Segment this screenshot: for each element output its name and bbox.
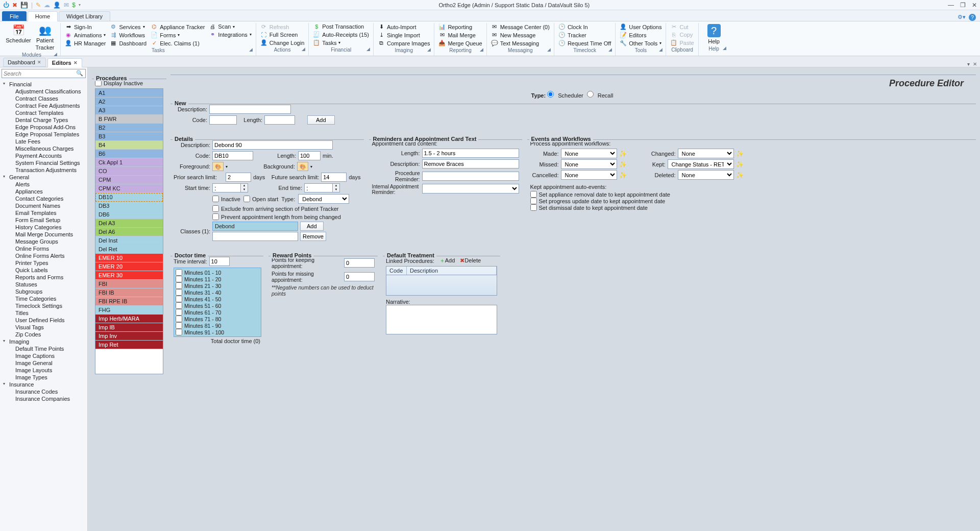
deleted-select[interactable]: None <box>678 170 734 180</box>
tree-item[interactable]: Document Names <box>0 202 87 209</box>
services-button[interactable]: ⚙Services ▾ <box>109 23 148 31</box>
tree-item[interactable]: Quick Labels <box>0 267 87 274</box>
tree-item[interactable]: Statuses <box>0 281 87 288</box>
doctor-time-checkbox[interactable] <box>176 316 182 322</box>
post-transaction-button[interactable]: $Post Transaction <box>312 23 370 30</box>
class-remove-button[interactable]: Remove <box>300 232 326 241</box>
new-add-button[interactable]: Add <box>307 115 335 125</box>
help-icon[interactable]: ? <box>969 14 976 21</box>
tree-item[interactable]: Form Email Setup <box>0 216 87 224</box>
doctor-time-checkbox[interactable] <box>176 322 182 329</box>
scan-button[interactable]: 🖨Scan ▾ <box>208 23 252 30</box>
cloud-icon[interactable]: ☁ <box>44 2 50 9</box>
document-tab-editors[interactable]: Editors✕ <box>47 58 82 67</box>
prior-limit-input[interactable] <box>226 173 251 182</box>
message-center-button[interactable]: ✉Message Center (0) <box>490 23 551 31</box>
doctor-time-checkbox[interactable] <box>176 302 182 309</box>
user-icon[interactable]: 👤 <box>53 2 61 9</box>
fin-tasks-button[interactable]: 📋Tasks ▾ <box>312 39 370 46</box>
procedure-item[interactable]: Del Inst <box>95 236 163 245</box>
tree-item[interactable]: Email Templates <box>0 209 87 216</box>
tree-item[interactable]: Insurance Codes <box>0 388 87 395</box>
tab-widget-library[interactable]: Widget Library <box>59 11 110 21</box>
linked-procedures-grid[interactable]: CodeDescription <box>386 266 497 296</box>
text-messaging-button[interactable]: 💬Text Messaging <box>490 39 551 47</box>
dialog-launcher-icon[interactable]: ◢ <box>547 47 551 52</box>
description-input[interactable] <box>212 140 333 150</box>
time-interval-input[interactable] <box>209 257 230 266</box>
procedure-item[interactable]: Imp Herb/MARA <box>95 315 163 323</box>
integrations-button[interactable]: ⚭Integrations ▾ <box>208 31 252 38</box>
tree-group-general[interactable]: General <box>0 174 87 181</box>
dialog-launcher-icon[interactable]: ◢ <box>427 47 431 52</box>
doctor-time-checkbox[interactable] <box>176 309 182 316</box>
fg-color-picker[interactable]: 🎨 <box>212 162 224 171</box>
help-button[interactable]: ?Help <box>702 23 726 45</box>
tree-item[interactable]: Reports and Forms <box>0 274 87 281</box>
linked-add-button[interactable]: ＋Add <box>439 257 455 264</box>
other-tools-button[interactable]: 🔧Other Tools ▾ <box>619 39 663 47</box>
procedure-item[interactable]: B2 <box>95 124 163 132</box>
future-limit-input[interactable] <box>321 173 347 182</box>
inactive-checkbox[interactable] <box>212 196 219 202</box>
new-message-button[interactable]: ✉New Message <box>490 31 551 39</box>
tree-item[interactable]: System Financial Settings <box>0 159 87 166</box>
fullscreen-button[interactable]: ⛶Full Screen <box>259 31 306 38</box>
tree-item[interactable]: Dental Charge Types <box>0 116 87 124</box>
tree-item[interactable]: Edge Proposal Templates <box>0 131 87 138</box>
tree-item[interactable]: Payment Accounts <box>0 152 87 159</box>
wand-icon[interactable]: ✨ <box>619 150 627 157</box>
tree-item[interactable]: Online Forms Alerts <box>0 252 87 259</box>
missed-select[interactable]: None <box>561 159 617 169</box>
dialog-launcher-icon[interactable]: ◢ <box>249 47 253 52</box>
tab-menu-icon[interactable]: ▾ <box>967 61 970 67</box>
power-icon[interactable]: ⏻ <box>3 2 9 9</box>
type-select[interactable]: Debond <box>298 194 349 204</box>
procedure-item[interactable]: EMER 30 <box>95 271 163 280</box>
user-options-button[interactable]: 👤User Options <box>619 23 663 31</box>
procedure-item[interactable]: Imp Inv <box>95 332 163 341</box>
paste-button[interactable]: 📋Paste <box>669 39 695 46</box>
patient-tracker-button[interactable]: 👥PatientTracker <box>33 23 57 52</box>
tree-group-insurance[interactable]: Insurance <box>0 381 87 388</box>
tree-item[interactable]: Mail Merge Documents <box>0 231 87 238</box>
hr-manager-button[interactable]: 👤HR Manager <box>64 39 107 47</box>
reporting-button[interactable]: 📊Reporting <box>437 23 483 31</box>
kept-select[interactable]: Change Status - RET AC <box>668 159 734 169</box>
procedure-item[interactable]: CPM KC <box>95 184 163 193</box>
procedure-item[interactable]: B4 <box>95 141 163 150</box>
mail-icon[interactable]: ✉ <box>64 2 69 9</box>
request-time-off-button[interactable]: 🕒Request Time Off <box>557 39 612 47</box>
auto-appliance-checkbox[interactable] <box>530 191 537 198</box>
class-input[interactable] <box>212 232 298 241</box>
tree-item[interactable]: Image Types <box>0 374 87 381</box>
tree-item[interactable]: Adjustment Classifications <box>0 88 87 95</box>
procedure-item[interactable]: A2 <box>95 98 163 106</box>
points-keep-input[interactable] <box>344 258 375 268</box>
procedure-item[interactable]: EMER 10 <box>95 254 163 262</box>
auto-receipts-button[interactable]: 🧾Auto-Receipts (15) <box>312 31 370 38</box>
editors-button[interactable]: 📝Editors <box>619 31 663 39</box>
dialog-launcher-icon[interactable]: ◢ <box>723 45 726 51</box>
tree-item[interactable]: Appliances <box>0 188 87 195</box>
tree-item[interactable]: Message Groups <box>0 238 87 245</box>
forms-button[interactable]: 📄Forms ▾ <box>150 31 206 39</box>
procedure-item[interactable]: FBI <box>95 280 163 288</box>
procedure-item[interactable]: A3 <box>95 106 163 115</box>
procedures-listbox[interactable]: A1A2A3B FWRB2B3B4B6Ck Appl 1COCPMCPM KCD… <box>95 88 163 374</box>
scheduler-button[interactable]: 📅Scheduler <box>6 23 31 44</box>
procedure-item[interactable]: FBI RPE IB <box>95 297 163 306</box>
signin-button[interactable]: ➡Sign-In <box>64 23 107 31</box>
procedure-item[interactable]: CPM <box>95 176 163 184</box>
tree-item[interactable]: Image Captions <box>0 352 87 359</box>
doctor-time-checkbox[interactable] <box>176 329 182 335</box>
start-time-spinner[interactable]: ▲▼ <box>212 183 248 192</box>
card-length-input[interactable] <box>422 149 519 158</box>
narrative-textarea[interactable] <box>386 305 497 334</box>
procedure-item[interactable]: Del A6 <box>95 228 163 236</box>
close-tab-icon[interactable]: ✕ <box>37 60 41 65</box>
exclude-checkbox[interactable] <box>212 205 219 212</box>
tree-item[interactable]: History Categories <box>0 224 87 231</box>
dialog-launcher-icon[interactable]: ◢ <box>608 47 612 52</box>
wand-icon[interactable]: ✨ <box>736 172 744 179</box>
